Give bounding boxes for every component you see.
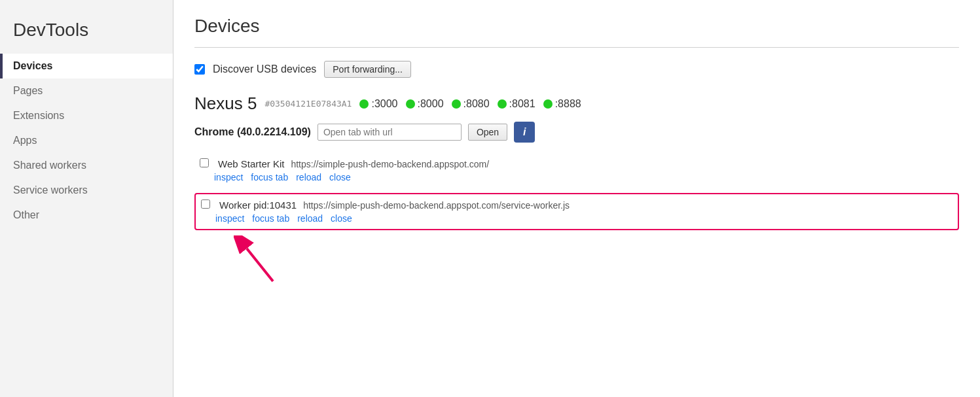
sidebar-item-other[interactable]: Other xyxy=(0,203,173,228)
sidebar-item-extensions[interactable]: Extensions xyxy=(0,103,173,128)
port-8888: :8888 xyxy=(543,98,581,110)
port-forwarding-button[interactable]: Port forwarding... xyxy=(324,61,411,78)
green-dot-8080 xyxy=(452,99,461,109)
sidebar-item-label-pages: Pages xyxy=(13,85,43,96)
open-tab-url-input[interactable] xyxy=(318,124,462,141)
sidebar-item-pages[interactable]: Pages xyxy=(0,78,173,103)
sidebar-item-apps[interactable]: Apps xyxy=(0,128,173,153)
port-8081-label: :8081 xyxy=(509,98,535,110)
port-3000-label: :3000 xyxy=(371,98,397,110)
tab1-reload-link[interactable]: reload xyxy=(296,172,321,182)
page-title: Devices xyxy=(194,16,959,37)
main-content: Devices Discover USB devices Port forwar… xyxy=(173,0,980,397)
sidebar-item-service-workers[interactable]: Service workers xyxy=(0,178,173,203)
tab2-url: https://simple-push-demo-backend.appspot… xyxy=(303,200,570,211)
tab2-header: Worker pid:10431 https://simple-push-dem… xyxy=(201,199,953,211)
info-icon[interactable]: i xyxy=(514,122,535,143)
tab2-actions: inspect focus tab reload close xyxy=(201,213,953,224)
tab2-name: Worker pid:10431 xyxy=(219,199,297,211)
port-8081: :8081 xyxy=(498,98,535,110)
svg-line-1 xyxy=(247,249,273,281)
tab2-focus-tab-link[interactable]: focus tab xyxy=(252,213,289,224)
usb-label: Discover USB devices xyxy=(213,63,316,75)
port-8888-label: :8888 xyxy=(555,98,581,110)
sidebar-item-label-service-workers: Service workers xyxy=(13,184,88,196)
port-8000-label: :8000 xyxy=(418,98,444,110)
tab1-checkbox[interactable] xyxy=(200,158,209,167)
discover-usb-checkbox[interactable] xyxy=(194,64,205,75)
tab1-close-link[interactable]: close xyxy=(329,172,351,182)
port-3000: :3000 xyxy=(359,98,397,110)
sidebar-item-label-other: Other xyxy=(13,209,39,220)
green-dot-8081 xyxy=(498,99,507,109)
tab1-header: Web Starter Kit https://simple-push-demo… xyxy=(200,158,959,169)
sidebar-item-label-devices: Devices xyxy=(13,60,53,71)
device-id: #03504121E07843A1 xyxy=(264,99,352,109)
sidebar-item-label-apps: Apps xyxy=(13,135,37,146)
tab1-name: Web Starter Kit xyxy=(218,158,284,169)
chrome-label: Chrome (40.0.2214.109) xyxy=(194,126,311,138)
tab2-inspect-link[interactable]: inspect xyxy=(215,213,244,224)
port-8080: :8080 xyxy=(452,98,490,110)
sidebar-item-label-shared-workers: Shared workers xyxy=(13,160,86,171)
sidebar-item-label-extensions: Extensions xyxy=(13,110,64,121)
open-button[interactable]: Open xyxy=(468,124,507,141)
tab2-checkbox[interactable] xyxy=(201,199,210,209)
tab2-close-link[interactable]: close xyxy=(331,213,352,224)
sidebar: DevTools Devices Pages Extensions Apps S… xyxy=(0,0,173,397)
green-dot-3000 xyxy=(359,99,369,109)
arrow-annotation xyxy=(194,235,959,288)
divider xyxy=(194,47,959,48)
arrow-svg xyxy=(234,235,299,288)
tab2-reload-link[interactable]: reload xyxy=(297,213,323,224)
tab-entry-web-starter-kit: Web Starter Kit https://simple-push-demo… xyxy=(194,153,959,188)
sidebar-item-shared-workers[interactable]: Shared workers xyxy=(0,153,173,178)
tab1-focus-tab-link[interactable]: focus tab xyxy=(251,172,288,182)
device-header: Nexus 5 #03504121E07843A1 :3000 :8000 :8… xyxy=(194,94,959,114)
tab1-inspect-link[interactable]: inspect xyxy=(214,172,243,182)
tab-entry-worker: Worker pid:10431 https://simple-push-dem… xyxy=(194,193,959,230)
green-dot-8888 xyxy=(543,99,553,109)
tab1-url: https://simple-push-demo-backend.appspot… xyxy=(291,159,489,169)
sidebar-item-devices[interactable]: Devices xyxy=(0,54,173,78)
chrome-row: Chrome (40.0.2214.109) Open i xyxy=(194,122,959,143)
device-name: Nexus 5 xyxy=(194,94,257,114)
app-title: DevTools xyxy=(0,13,173,54)
info-icon-label: i xyxy=(523,126,526,138)
tab1-actions: inspect focus tab reload close xyxy=(200,172,959,182)
port-8000: :8000 xyxy=(406,98,444,110)
green-dot-8000 xyxy=(406,99,415,109)
port-8080-label: :8080 xyxy=(463,98,490,110)
usb-row: Discover USB devices Port forwarding... xyxy=(194,61,959,78)
